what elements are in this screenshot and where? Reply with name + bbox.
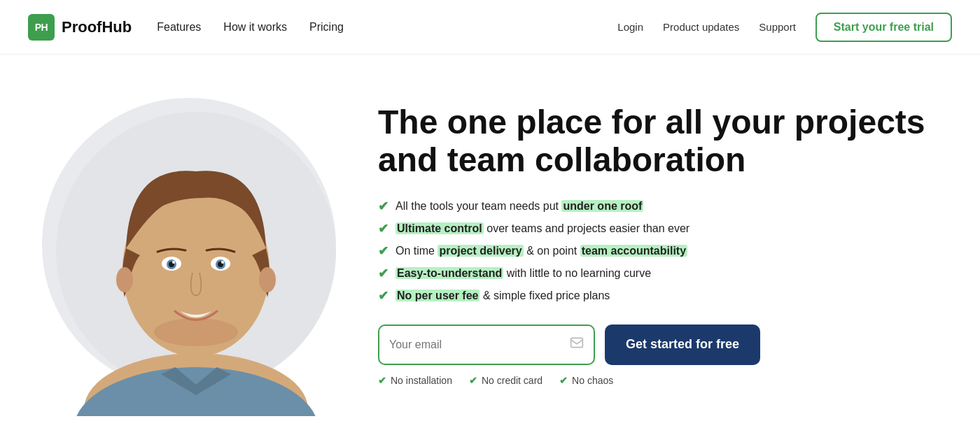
email-cta-row: Get started for free (378, 325, 938, 365)
highlight-4: Easy-to-understand (396, 267, 503, 279)
nav-features[interactable]: Features (157, 21, 201, 34)
header: PH ProofHub Features How it works Pricin… (0, 0, 980, 55)
logo-area: PH ProofHub (28, 14, 132, 41)
svg-point-14 (154, 318, 238, 346)
logo-icon: PH (28, 14, 55, 41)
logo-name: ProofHub (62, 18, 132, 36)
check-chaos: ✔ (559, 375, 568, 386)
check-icon-3: ✔ (378, 243, 388, 259)
product-updates-link[interactable]: Product updates (663, 21, 739, 33)
feature-text-1: All the tools your team needs put under … (396, 200, 643, 213)
feature-item-2: ✔ Ultimate control over teams and projec… (378, 221, 938, 236)
check-icon-2: ✔ (378, 221, 388, 236)
feature-text-4: Easy-to-understand with little to no lea… (396, 267, 651, 280)
header-right: Login Product updates Support Start your… (617, 13, 952, 42)
svg-point-11 (221, 261, 224, 264)
svg-rect-15 (571, 338, 583, 348)
svg-point-12 (116, 267, 133, 292)
check-icon-4: ✔ (378, 266, 388, 281)
no-credit-card-label: No credit card (482, 375, 542, 386)
support-link[interactable]: Support (759, 21, 796, 33)
nav-pricing[interactable]: Pricing (309, 21, 344, 34)
check-credit-card: ✔ (469, 375, 477, 386)
no-chaos-label: No chaos (572, 375, 613, 386)
email-input[interactable] (389, 338, 570, 351)
feature-item-1: ✔ All the tools your team needs put unde… (378, 199, 938, 214)
hero-image-section (0, 55, 364, 435)
main-nav: Features How it works Pricing (157, 21, 344, 34)
hero-content: The one place for all your projects and … (364, 55, 980, 435)
check-icon-5: ✔ (378, 288, 388, 304)
login-link[interactable]: Login (617, 21, 643, 33)
start-trial-button[interactable]: Start your free trial (816, 13, 952, 42)
hero-title: The one place for all your projects and … (378, 104, 938, 179)
highlight-3b: team accountability (580, 245, 687, 257)
svg-point-7 (172, 261, 175, 264)
no-credit-card: ✔ No credit card (469, 375, 542, 386)
feature-item-3: ✔ On time project delivery & on point te… (378, 243, 938, 259)
check-installation: ✔ (378, 375, 386, 386)
feature-text-2: Ultimate control over teams and projects… (396, 222, 690, 235)
check-icon-1: ✔ (378, 199, 388, 214)
no-installation: ✔ No installation (378, 375, 452, 386)
feature-text-5: No per user fee & simple fixed price pla… (396, 290, 610, 302)
no-chaos: ✔ No chaos (559, 375, 613, 386)
feature-item-5: ✔ No per user fee & simple fixed price p… (378, 288, 938, 304)
highlight-2: Ultimate control (396, 222, 484, 234)
get-started-button[interactable]: Get started for free (605, 325, 760, 365)
email-icon (570, 336, 584, 353)
main-content: The one place for all your projects and … (0, 55, 980, 435)
features-list: ✔ All the tools your team needs put unde… (378, 199, 938, 304)
header-left: PH ProofHub Features How it works Pricin… (28, 14, 344, 41)
highlight-5: No per user fee (396, 290, 479, 301)
highlight-3a: project delivery (438, 245, 523, 257)
no-hassle-row: ✔ No installation ✔ No credit card ✔ No … (378, 375, 938, 386)
feature-text-3: On time project delivery & on point team… (396, 245, 687, 257)
email-input-wrapper[interactable] (378, 325, 595, 365)
highlight-1: under one roof (561, 200, 643, 212)
hero-person-image (49, 73, 343, 416)
nav-how-it-works[interactable]: How it works (223, 21, 287, 34)
no-installation-label: No installation (391, 375, 452, 386)
feature-item-4: ✔ Easy-to-understand with little to no l… (378, 266, 938, 281)
svg-point-13 (259, 267, 276, 292)
